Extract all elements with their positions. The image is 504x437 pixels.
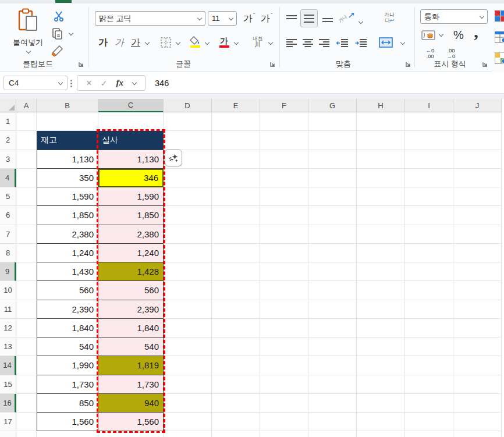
cell-C1[interactable] [98, 112, 164, 131]
cell-J9[interactable] [453, 262, 502, 281]
cell-I13[interactable] [405, 337, 453, 356]
cell-F7[interactable] [260, 225, 308, 244]
cell-E15[interactable] [212, 375, 260, 394]
cell-A9[interactable] [16, 262, 37, 281]
decrease-indent-button[interactable] [334, 36, 350, 50]
cell-F1[interactable] [260, 112, 308, 131]
cell-G14[interactable] [308, 356, 357, 375]
cell-B3[interactable]: 1,130 [37, 150, 98, 169]
cell-B5[interactable]: 1,590 [37, 187, 98, 206]
cell-B11[interactable]: 2,390 [37, 300, 98, 319]
cell-I1[interactable] [405, 112, 453, 131]
row-header-2[interactable]: 2 [0, 131, 16, 150]
cell-J14[interactable] [453, 356, 502, 375]
paste-button[interactable]: 붙여넣기 [9, 8, 47, 62]
orientation-chevron-icon[interactable] [359, 20, 363, 24]
select-all-corner[interactable] [0, 99, 16, 112]
number-dialog-launcher-icon[interactable] [482, 61, 489, 68]
cell-A3[interactable] [16, 150, 37, 169]
cell-I8[interactable] [405, 244, 453, 262]
cell-I2[interactable] [405, 131, 453, 150]
cell-A17[interactable] [16, 413, 37, 431]
cell-D7[interactable] [164, 225, 212, 244]
cell-J13[interactable] [453, 337, 502, 356]
row-header-12[interactable]: 12 [0, 319, 16, 337]
cell-C8[interactable]: 1,240 [98, 244, 164, 262]
align-bottom-button[interactable] [320, 11, 335, 26]
row-header-10[interactable]: 10 [0, 281, 16, 300]
cell-D18[interactable] [164, 431, 212, 437]
cell-G9[interactable] [308, 262, 357, 281]
cell-J5[interactable] [453, 187, 502, 206]
column-header-C[interactable]: C [98, 99, 164, 112]
row-header-8[interactable]: 8 [0, 244, 16, 262]
cell-A10[interactable] [16, 281, 37, 300]
cell-H16[interactable] [357, 394, 405, 413]
increase-decimal-button[interactable]: ←←00 .00 [421, 48, 439, 59]
row-header-13[interactable]: 13 [0, 337, 16, 356]
cell-I17[interactable] [405, 413, 453, 431]
cell-I10[interactable] [405, 281, 453, 300]
cell-A13[interactable] [16, 337, 37, 356]
cell-B15[interactable]: 1,730 [37, 375, 98, 394]
cell-F11[interactable] [260, 300, 308, 319]
cell-C17[interactable]: 1,560 [98, 413, 164, 431]
align-center-button[interactable] [300, 36, 315, 50]
cell-F9[interactable] [260, 262, 308, 281]
cell-D17[interactable] [164, 413, 212, 431]
cell-B7[interactable]: 2,380 [37, 225, 98, 244]
quick-analysis-button[interactable] [165, 149, 182, 166]
column-header-I[interactable]: I [405, 99, 453, 112]
name-box[interactable]: C4 [3, 76, 68, 90]
cell-G11[interactable] [308, 300, 357, 319]
cell-C15[interactable]: 1,730 [98, 375, 164, 394]
cell-E2[interactable] [212, 131, 260, 150]
cell-A11[interactable] [16, 300, 37, 319]
row-header-3[interactable]: 3 [0, 150, 16, 169]
cell-H11[interactable] [357, 300, 405, 319]
cell-A1[interactable] [16, 112, 37, 131]
cell-A14[interactable] [16, 356, 37, 375]
cell-H14[interactable] [357, 356, 405, 375]
cell-H12[interactable] [357, 319, 405, 337]
column-header-J[interactable]: J [453, 99, 502, 112]
phonetic-guide-button[interactable]: 내천 川 [249, 34, 267, 50]
increase-indent-button[interactable] [353, 36, 369, 50]
increase-font-size-button[interactable]: 가ˆ [241, 11, 257, 26]
cell-F13[interactable] [260, 337, 308, 356]
cell-A15[interactable] [16, 375, 37, 394]
enter-icon[interactable]: ✓ [101, 79, 108, 88]
decrease-decimal-button[interactable]: .00 →0 [442, 48, 460, 59]
cell-I11[interactable] [405, 300, 453, 319]
column-header-A[interactable]: A [16, 99, 37, 112]
cell-D1[interactable] [164, 112, 212, 131]
cell-J4[interactable] [453, 169, 502, 187]
cell-G1[interactable] [308, 112, 357, 131]
cell-D6[interactable] [164, 206, 212, 225]
cell-C7[interactable]: 2,380 [98, 225, 164, 244]
column-header-F[interactable]: F [260, 99, 308, 112]
cell-J17[interactable] [453, 413, 502, 431]
cell-H8[interactable] [357, 244, 405, 262]
cell-J3[interactable] [453, 150, 502, 169]
cell-C2[interactable]: 실사 [98, 131, 164, 150]
column-header-E[interactable]: E [212, 99, 260, 112]
cell-I12[interactable] [405, 319, 453, 337]
decrease-font-size-button[interactable]: 가ˇ [258, 11, 275, 26]
cell-G6[interactable] [308, 206, 357, 225]
align-left-button[interactable] [284, 36, 299, 50]
cell-C16[interactable]: 940 [98, 394, 164, 413]
cell-A12[interactable] [16, 319, 37, 337]
cell-E10[interactable] [212, 281, 260, 300]
cell-D10[interactable] [164, 281, 212, 300]
font-dialog-launcher-icon[interactable] [269, 61, 276, 68]
cell-B17[interactable]: 1,560 [37, 413, 98, 431]
cell-E6[interactable] [212, 206, 260, 225]
cell-A4[interactable] [16, 169, 37, 187]
cell-I3[interactable] [405, 150, 453, 169]
cell-A8[interactable] [16, 244, 37, 262]
column-header-G[interactable]: G [308, 99, 357, 112]
cell-D12[interactable] [164, 319, 212, 337]
cell-H7[interactable] [357, 225, 405, 244]
borders-button[interactable] [158, 35, 173, 50]
